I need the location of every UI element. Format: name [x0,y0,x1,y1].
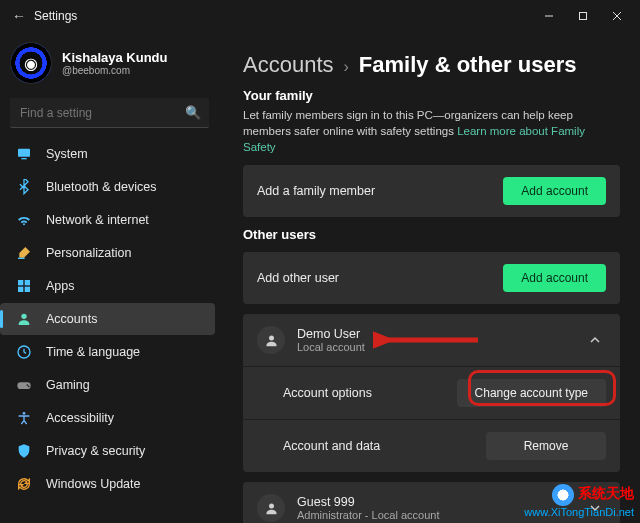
person-icon [257,326,285,354]
search-icon: 🔍 [185,105,201,120]
svg-rect-9 [18,287,23,292]
svg-point-15 [28,385,30,387]
svg-rect-4 [18,149,30,157]
nav-item-label: Gaming [46,378,90,392]
user-header-row[interactable]: Demo User Local account [243,314,620,366]
svg-point-20 [269,503,274,508]
svg-rect-7 [18,280,23,285]
nav-item-clock[interactable]: Time & language [0,336,215,368]
update-icon [14,474,34,494]
close-button[interactable] [600,4,634,28]
nav-item-label: Personalization [46,246,131,260]
svg-point-17 [269,335,274,340]
user-sub: Local account [297,341,365,353]
account-data-label: Account and data [283,439,380,453]
user-name: Demo User [297,327,365,341]
nav-item-wifi[interactable]: Network & internet [0,204,215,236]
clock-icon [14,342,34,362]
chevron-up-icon[interactable] [584,329,606,351]
nav-item-label: Apps [46,279,75,293]
svg-point-14 [26,384,28,386]
svg-rect-6 [18,258,25,259]
avatar: ◉ [10,42,52,84]
add-family-label: Add a family member [257,184,375,198]
family-description: Let family members sign in to this PC—or… [243,107,620,155]
nav-item-game[interactable]: Gaming [0,369,215,401]
user-card-demo: Demo User Local account Account options … [243,314,620,472]
nav-item-label: Windows Update [46,477,141,491]
profile-email: @beebom.com [62,65,167,76]
user-name: Guest 999 [297,495,439,509]
add-other-user-card: Add other user Add account [243,252,620,304]
content-pane: Accounts › Family & other users Your fam… [225,32,640,523]
nav-item-label: Accessibility [46,411,114,425]
change-account-type-button[interactable]: Change account type [457,379,606,407]
nav-item-shield[interactable]: Privacy & security [0,435,215,467]
back-button[interactable]: ← [6,8,32,24]
svg-point-16 [23,412,26,415]
breadcrumb-parent[interactable]: Accounts [243,52,334,78]
svg-rect-5 [21,158,26,159]
nav-item-apps[interactable]: Apps [0,270,215,302]
add-family-card: Add a family member Add account [243,165,620,217]
maximize-button[interactable] [566,4,600,28]
watermark: 系统天地 www.XiTongTianDi.net [524,484,634,519]
add-other-user-button[interactable]: Add account [503,264,606,292]
user-sub: Administrator - Local account [297,509,439,521]
window-title: Settings [34,9,77,23]
bluetooth-icon [14,177,34,197]
profile-name: Kishalaya Kundu [62,50,167,65]
add-family-button[interactable]: Add account [503,177,606,205]
chevron-right-icon: › [344,58,349,76]
nav-item-bluetooth[interactable]: Bluetooth & devices [0,171,215,203]
nav-item-label: Accounts [46,312,97,326]
person-icon [14,309,34,329]
account-options-label: Account options [283,386,372,400]
nav-item-update[interactable]: Windows Update [0,468,215,500]
access-icon [14,408,34,428]
search-box[interactable]: 🔍 [10,98,209,128]
nav-item-access[interactable]: Accessibility [0,402,215,434]
person-icon [257,494,285,522]
minimize-button[interactable] [532,4,566,28]
add-other-user-label: Add other user [257,271,339,285]
nav-item-label: Network & internet [46,213,149,227]
family-heading: Your family [243,88,620,103]
search-input[interactable] [18,105,185,121]
svg-rect-8 [25,280,30,285]
other-users-heading: Other users [243,227,620,242]
account-options-row: Account options Change account type [243,366,620,419]
nav-item-label: System [46,147,88,161]
title-bar: ← Settings [0,0,640,32]
watermark-logo-icon [552,484,574,506]
svg-point-11 [21,314,26,319]
account-data-row: Account and data Remove [243,419,620,472]
page-title: Family & other users [359,52,577,78]
nav-list: SystemBluetooth & devicesNetwork & inter… [0,138,219,500]
apps-icon [14,276,34,296]
nav-item-system[interactable]: System [0,138,215,170]
nav-item-person[interactable]: Accounts [0,303,215,335]
svg-rect-10 [25,287,30,292]
remove-user-button[interactable]: Remove [486,432,606,460]
breadcrumb: Accounts › Family & other users [243,52,620,78]
svg-rect-1 [580,13,587,20]
game-icon [14,375,34,395]
brush-icon [14,243,34,263]
nav-item-brush[interactable]: Personalization [0,237,215,269]
profile-block[interactable]: ◉ Kishalaya Kundu @beebom.com [0,38,219,94]
nav-item-label: Privacy & security [46,444,145,458]
nav-item-label: Time & language [46,345,140,359]
system-icon [14,144,34,164]
nav-item-label: Bluetooth & devices [46,180,157,194]
wifi-icon [14,210,34,230]
shield-icon [14,441,34,461]
sidebar: ◉ Kishalaya Kundu @beebom.com 🔍 SystemBl… [0,32,225,523]
